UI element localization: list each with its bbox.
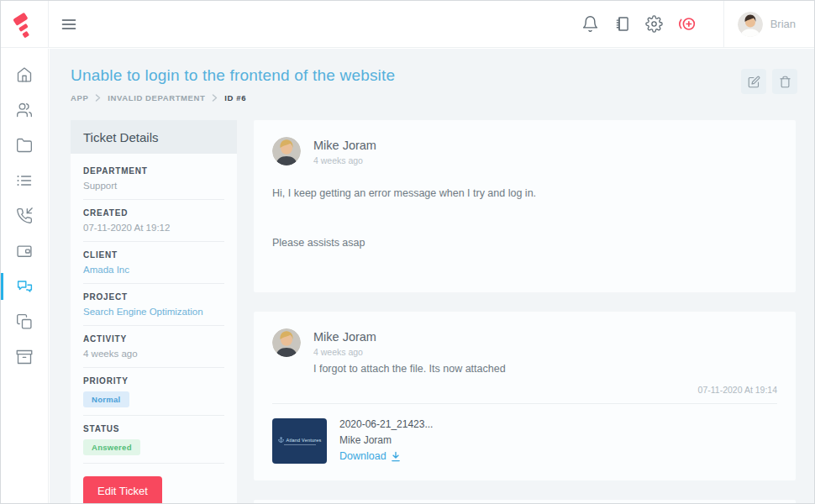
sidebar xyxy=(1,49,49,503)
sidebar-item-projects[interactable] xyxy=(1,128,48,163)
field-activity: ACTIVITY 4 weeks ago xyxy=(83,326,224,368)
field-department: DEPARTMENT Support xyxy=(83,158,224,200)
message-card: Mike Joram 4 weeks ago Hi, I keep gettin… xyxy=(254,120,796,292)
message-time: 4 weeks ago xyxy=(313,347,506,357)
message-header: Mike Joram 4 weeks ago I forgot to attac… xyxy=(272,328,777,375)
edit-ticket-button[interactable]: Edit Ticket xyxy=(83,476,162,503)
chat-icon xyxy=(16,278,34,296)
field-label: PRIORITY xyxy=(83,376,224,386)
field-label: CLIENT xyxy=(83,250,224,260)
sidebar-item-home[interactable] xyxy=(1,57,48,92)
page-title: Unable to login to the frontend of the w… xyxy=(71,66,797,85)
attachment-thumbnail[interactable]: Atland Ventures xyxy=(272,418,327,464)
panel-body: DEPARTMENT Support CREATED 07-11-2020 At… xyxy=(71,154,237,503)
phone-incoming-icon xyxy=(16,207,33,224)
sidebar-item-clients[interactable] xyxy=(1,92,48,128)
settings-button[interactable] xyxy=(645,15,663,33)
app-logo xyxy=(1,1,49,47)
sidebar-item-billing[interactable] xyxy=(1,234,48,269)
breadcrumb: APP INVALID DEPARTMENT ID #6 xyxy=(71,93,797,102)
menu-toggle-button[interactable] xyxy=(60,15,78,34)
breadcrumb-ticket-id: ID #6 xyxy=(224,93,246,102)
breadcrumb-department[interactable]: INVALID DEPARTMENT xyxy=(108,93,205,102)
author-name: Mike Joram xyxy=(313,330,506,344)
sidebar-item-archive[interactable] xyxy=(1,339,48,375)
brand-logo-icon xyxy=(11,11,38,38)
thumbnail-tagline-line xyxy=(284,444,316,445)
quick-add-button[interactable] xyxy=(677,15,697,33)
edit-ticket-icon-button[interactable] xyxy=(741,69,766,94)
copy-icon xyxy=(16,313,33,330)
author-block: Mike Joram 4 weeks ago I forgot to attac… xyxy=(313,328,506,375)
folder-icon xyxy=(16,137,33,154)
field-value: Support xyxy=(83,181,224,192)
avatar xyxy=(272,137,301,165)
bell-icon xyxy=(581,15,599,33)
message-header: Mike Joram 4 weeks ago xyxy=(272,137,777,165)
field-label: ACTIVITY xyxy=(83,334,224,344)
author-avatar-image xyxy=(272,328,301,357)
status-badge: Answered xyxy=(83,439,140,455)
avatar xyxy=(272,328,301,357)
panel-title: Ticket Details xyxy=(71,120,237,154)
message-timestamp: 07-11-2020 At 19:14 xyxy=(272,385,777,395)
thumbnail-logo: Atland Ventures xyxy=(278,437,322,443)
download-icon xyxy=(391,451,401,462)
ticket-details-panel: Ticket Details DEPARTMENT Support CREATE… xyxy=(71,120,237,503)
download-link[interactable]: Download xyxy=(339,450,401,462)
user-name: Brian xyxy=(770,18,796,30)
message-time: 4 weeks ago xyxy=(313,155,376,165)
message-text: I forgot to attach the file. Its now att… xyxy=(313,363,506,375)
chevron-right-icon xyxy=(95,94,101,102)
users-icon xyxy=(16,102,33,118)
field-label: PROJECT xyxy=(83,292,224,302)
attachment-uploader: Mike Joram xyxy=(339,434,433,446)
main-content: Unable to login to the frontend of the w… xyxy=(50,49,814,503)
sidebar-item-calls[interactable] xyxy=(1,198,48,234)
field-label: CREATED xyxy=(83,208,224,218)
attachment: Atland Ventures 2020-06-21_21423... Mike… xyxy=(272,418,777,464)
list-icon xyxy=(16,172,33,189)
divider xyxy=(272,403,777,404)
app-window: Brian xyxy=(0,0,815,504)
field-project: PROJECT Search Engine Optimization xyxy=(83,284,224,326)
trash-icon xyxy=(779,76,791,88)
content-row: Ticket Details DEPARTMENT Support CREATE… xyxy=(50,102,814,503)
project-link[interactable]: Search Engine Optimization xyxy=(83,307,224,318)
home-icon xyxy=(16,66,33,83)
field-priority: PRIORITY Normal xyxy=(83,368,224,416)
wallet-icon xyxy=(16,243,33,260)
user-menu[interactable]: Brian xyxy=(723,1,814,47)
notifications-button[interactable] xyxy=(581,15,599,33)
attachment-filename: 2020-06-21_21423... xyxy=(339,418,433,430)
client-link[interactable]: Amada Inc xyxy=(83,265,224,276)
message-card-partial xyxy=(254,500,796,503)
field-created: CREATED 07-11-2020 At 19:12 xyxy=(83,200,224,242)
delete-ticket-button[interactable] xyxy=(772,69,797,94)
field-value: 4 weeks ago xyxy=(83,349,224,360)
sidebar-item-tasks[interactable] xyxy=(1,163,48,198)
download-label: Download xyxy=(339,450,386,462)
knowledge-base-button[interactable] xyxy=(613,15,631,33)
gear-icon xyxy=(645,15,663,33)
field-status: STATUS Answered xyxy=(83,416,224,464)
thumbnail-brand-text: Atland Ventures xyxy=(287,438,322,443)
breadcrumb-app[interactable]: APP xyxy=(71,93,88,102)
chevron-right-icon xyxy=(212,94,218,102)
sidebar-item-documents[interactable] xyxy=(1,304,48,339)
author-block: Mike Joram 4 weeks ago xyxy=(313,137,376,165)
author-name: Mike Joram xyxy=(313,139,376,152)
sidebar-item-tickets[interactable] xyxy=(1,269,48,304)
message-body: Hi, I keep getting an error message when… xyxy=(272,187,777,249)
topbar: Brian xyxy=(1,1,814,48)
message-card: Mike Joram 4 weeks ago I forgot to attac… xyxy=(254,312,796,480)
field-value: 07-11-2020 At 19:12 xyxy=(83,223,224,234)
plus-circle-icon xyxy=(677,15,697,33)
anchor-icon xyxy=(278,437,284,443)
user-avatar-image xyxy=(738,12,763,37)
edit-pencil-icon xyxy=(748,76,760,88)
archive-icon xyxy=(16,349,33,365)
field-client: CLIENT Amada Inc xyxy=(83,242,224,284)
notebook-icon xyxy=(613,15,631,33)
page-header: Unable to login to the frontend of the w… xyxy=(50,49,814,102)
